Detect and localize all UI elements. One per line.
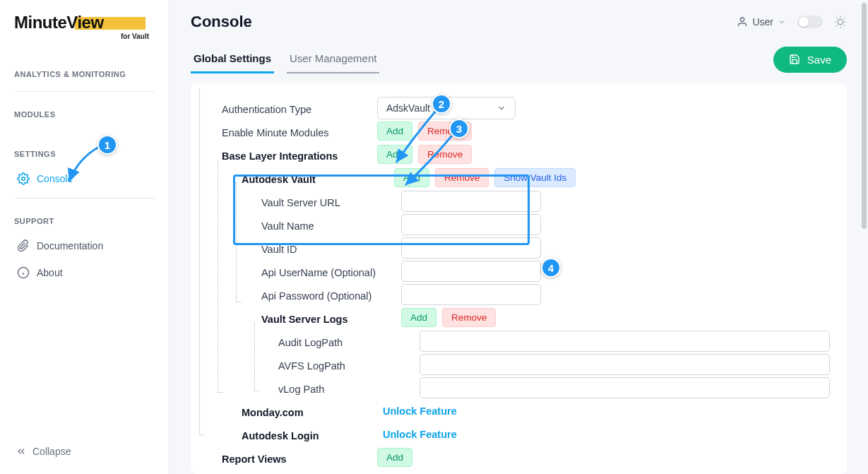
row-vlog-path: vLog Path bbox=[208, 376, 830, 399]
row-report-views: Report Views Add bbox=[208, 446, 830, 469]
show-vault-ids-button[interactable]: Show Vault Ids bbox=[494, 168, 576, 187]
label-vault-id: Vault ID bbox=[261, 241, 401, 255]
monday-unlock-link[interactable]: Unlock Feature bbox=[383, 405, 457, 417]
baselayer-remove-button[interactable]: Remove bbox=[418, 145, 472, 164]
modules-remove-button[interactable]: Remove bbox=[418, 122, 472, 141]
baselayer-add-button[interactable]: Add bbox=[377, 145, 412, 164]
label-vault-server-url: Vault Server URL bbox=[261, 194, 401, 208]
label-base-layer: Base Layer Integrations bbox=[222, 148, 377, 162]
logo: MinuteView for Vault bbox=[14, 13, 155, 40]
auth-type-select[interactable]: AdskVault bbox=[377, 97, 516, 119]
label-audit-logpath: Audit LogPath bbox=[278, 334, 420, 348]
svg-point-5 bbox=[838, 19, 843, 25]
subheader: Global Settings User Management Save bbox=[170, 38, 868, 73]
content-panel: Authentication Type AdskVault Enable Min… bbox=[191, 83, 847, 474]
label-api-username: Api UserName (Optional) bbox=[261, 264, 401, 278]
svg-line-12 bbox=[836, 25, 837, 26]
label-enable-modules: Enable Minute Modules bbox=[222, 124, 377, 138]
row-avfs-logpath: AVFS LogPath bbox=[208, 352, 830, 376]
row-base-layer: Base Layer Integrations Add Remove bbox=[208, 143, 830, 166]
scrollbar-thumb[interactable] bbox=[862, 3, 867, 229]
save-icon bbox=[789, 54, 800, 65]
row-api-username: Api UserName (Optional) bbox=[208, 259, 830, 283]
row-vault-server-url: Vault Server URL bbox=[208, 189, 830, 213]
row-monday: Monday.com Unlock Feature bbox=[208, 399, 830, 422]
logs-add-button[interactable]: Add bbox=[401, 308, 436, 327]
row-audit-logpath: Audit LogPath bbox=[208, 329, 830, 352]
vlog-path-input[interactable] bbox=[420, 377, 830, 398]
vault-name-input[interactable] bbox=[401, 214, 541, 235]
divider bbox=[14, 91, 155, 92]
report-views-add-button[interactable]: Add bbox=[377, 448, 412, 467]
page-title: Console bbox=[191, 13, 252, 31]
sidebar-section-settings: SETTINGS bbox=[14, 150, 155, 158]
vault-server-url-input[interactable] bbox=[401, 191, 541, 212]
api-username-input[interactable] bbox=[401, 261, 541, 282]
collapse-button[interactable]: Collapse bbox=[14, 442, 155, 461]
collapse-label: Collapse bbox=[32, 446, 71, 457]
label-vault-server-logs: Vault Server Logs bbox=[261, 311, 401, 325]
vault-add-button[interactable]: Add bbox=[394, 168, 429, 187]
row-enable-modules: Enable Minute Modules Add Remove bbox=[208, 119, 830, 143]
sidebar: MinuteView for Vault ANALYTICS & MONITOR… bbox=[0, 0, 170, 474]
chevron-down-icon bbox=[497, 103, 506, 113]
gear-icon bbox=[17, 172, 30, 185]
sun-icon[interactable] bbox=[834, 16, 847, 28]
topbar: Console User bbox=[170, 0, 868, 38]
paperclip-icon bbox=[17, 239, 30, 252]
label-report-views: Report Views bbox=[222, 451, 377, 465]
sidebar-item-documentation[interactable]: Documentation bbox=[14, 232, 155, 259]
label-autodesk-login: Autodesk Login bbox=[242, 427, 376, 442]
row-vault-server-logs: Vault Server Logs Add Remove bbox=[208, 306, 830, 329]
sidebar-section-support: SUPPORT bbox=[14, 217, 155, 225]
row-vault-name: Vault Name bbox=[208, 213, 830, 236]
sidebar-section-modules: MODULES bbox=[14, 110, 155, 119]
label-autodesk-vault: Autodesk Vault bbox=[242, 171, 376, 185]
logo-text-view: View bbox=[66, 13, 103, 32]
svg-line-8 bbox=[836, 18, 837, 18]
sidebar-item-label: About bbox=[37, 267, 63, 278]
chevron-down-icon bbox=[778, 18, 786, 26]
row-auth-type: Authentication Type AdskVault bbox=[208, 96, 830, 119]
label-vlog-path: vLog Path bbox=[278, 381, 420, 395]
user-label: User bbox=[752, 16, 773, 28]
label-auth-type: Authentication Type bbox=[222, 101, 377, 115]
row-vault-id: Vault ID bbox=[208, 236, 830, 259]
sidebar-section-analytics: ANALYTICS & MONITORING bbox=[14, 70, 155, 78]
tab-user-management[interactable]: User Management bbox=[287, 45, 379, 73]
sidebar-item-about[interactable]: About bbox=[14, 259, 155, 286]
avfs-logpath-input[interactable] bbox=[420, 354, 830, 375]
label-monday: Monday.com bbox=[242, 404, 376, 418]
label-api-password: Api Password (Optional) bbox=[261, 288, 401, 302]
modules-add-button[interactable]: Add bbox=[377, 122, 412, 141]
api-password-input[interactable] bbox=[401, 284, 541, 305]
user-menu[interactable]: User bbox=[737, 16, 786, 28]
sidebar-item-console[interactable]: Console bbox=[14, 165, 155, 192]
save-button[interactable]: Save bbox=[773, 47, 847, 73]
auth-type-value: AdskVault bbox=[386, 102, 430, 114]
tab-global-settings[interactable]: Global Settings bbox=[191, 45, 274, 73]
vault-id-input[interactable] bbox=[401, 237, 541, 259]
logo-text-minute: Minute bbox=[14, 13, 66, 32]
label-vault-name: Vault Name bbox=[261, 218, 401, 232]
row-autodesk-vault: Autodesk Vault Add Remove Show Vault Ids bbox=[208, 166, 830, 189]
label-avfs-logpath: AVFS LogPath bbox=[278, 357, 420, 372]
sidebar-item-label: Documentation bbox=[37, 240, 103, 251]
save-label: Save bbox=[807, 54, 831, 66]
theme-toggle[interactable] bbox=[797, 16, 823, 28]
audit-logpath-input[interactable] bbox=[420, 331, 830, 352]
row-autodesk-login: Autodesk Login Unlock Feature bbox=[208, 422, 830, 446]
vault-remove-button[interactable]: Remove bbox=[435, 168, 489, 187]
info-icon bbox=[17, 266, 30, 279]
main: Console User bbox=[170, 0, 868, 474]
svg-point-4 bbox=[741, 18, 744, 21]
svg-line-9 bbox=[844, 25, 845, 26]
svg-line-13 bbox=[844, 18, 845, 18]
sidebar-item-label: Console bbox=[37, 173, 73, 184]
logs-remove-button[interactable]: Remove bbox=[442, 308, 496, 327]
tabs: Global Settings User Management bbox=[191, 45, 392, 73]
autodesk-login-unlock-link[interactable]: Unlock Feature bbox=[383, 429, 457, 440]
divider bbox=[14, 198, 155, 199]
user-icon bbox=[737, 16, 748, 28]
chevron-double-left-icon bbox=[16, 446, 27, 457]
